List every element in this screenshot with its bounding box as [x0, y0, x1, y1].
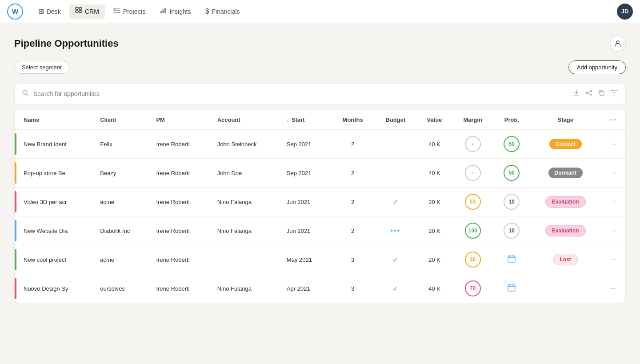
cell-stage[interactable]: Evaluation: [530, 216, 601, 245]
cell-client: Diabolik Inc: [95, 216, 151, 245]
cell-value: 40 K: [416, 130, 452, 159]
cell-prob: 50: [493, 130, 530, 159]
prob-circle: 50: [504, 165, 520, 181]
cell-months: 2: [331, 159, 374, 188]
profile-icon-button[interactable]: [610, 36, 626, 52]
cell-arrow[interactable]: →: [601, 159, 625, 188]
cell-stage[interactable]: Lost: [530, 245, 601, 274]
margin-circle: 30: [465, 252, 481, 268]
cell-client: acme: [95, 188, 151, 216]
search-action-icons: [573, 89, 618, 99]
stage-badge[interactable]: Evaluation: [545, 225, 586, 236]
nav-item-financials[interactable]: $ Financials: [199, 5, 246, 18]
svg-rect-12: [600, 92, 604, 96]
user-avatar[interactable]: JD: [617, 4, 633, 20]
nav-items: ⊞ Desk CRM Projects: [32, 4, 617, 19]
cell-start: Sep 2021: [281, 159, 331, 188]
row-navigate-button[interactable]: →: [609, 256, 616, 264]
svg-rect-5: [163, 9, 164, 13]
projects-icon: [113, 7, 120, 16]
svg-rect-4: [160, 11, 162, 13]
col-header-start[interactable]: ↓ Start: [281, 110, 331, 130]
desk-icon: ⊞: [38, 7, 44, 16]
cell-budget: [374, 159, 416, 188]
cell-name: New Website Dia: [18, 216, 95, 245]
table-row: Pop-up store BeBeazyIrene RobertiJohn Do…: [15, 159, 625, 188]
cell-months: 2: [331, 130, 374, 159]
cell-value: 20 K: [416, 216, 452, 245]
more-options-icon[interactable]: ⋯: [609, 116, 616, 124]
cell-account: [212, 245, 281, 274]
filter-icon[interactable]: [610, 89, 618, 99]
cell-margin: -: [452, 159, 493, 188]
col-header-months: Months: [331, 110, 374, 130]
cell-months: 2: [331, 188, 374, 216]
row-navigate-button[interactable]: →: [609, 198, 616, 206]
search-input[interactable]: [33, 90, 573, 97]
download-icon[interactable]: [573, 89, 580, 98]
page-title: Pipeline Opportunities: [14, 38, 119, 49]
cell-months: 3: [331, 245, 374, 274]
cell-name: Video 3D per acr: [18, 188, 95, 216]
nav-item-desk[interactable]: ⊞ Desk: [32, 4, 67, 18]
col-header-client: Client: [95, 110, 151, 130]
cell-name: Pop-up store Be: [18, 159, 95, 188]
nav-item-projects[interactable]: Projects: [107, 4, 152, 19]
cell-arrow[interactable]: →: [601, 130, 625, 159]
budget-check-icon: ✓: [392, 256, 398, 264]
margin-circle: 70: [465, 280, 481, 296]
cell-prob: 10: [493, 188, 530, 216]
nav-item-crm[interactable]: CRM: [69, 4, 105, 19]
share-icon[interactable]: [585, 89, 592, 98]
col-header-more: ⋯: [601, 110, 625, 130]
cell-pm: Irene Roberti: [151, 159, 212, 188]
cell-arrow[interactable]: →: [601, 216, 625, 245]
cell-budget: [374, 130, 416, 159]
cell-arrow[interactable]: →: [601, 274, 625, 303]
nav-item-insights[interactable]: Insights: [153, 4, 197, 19]
search-icon: [22, 89, 29, 98]
cell-arrow[interactable]: →: [601, 188, 625, 216]
row-indicator-cell: [15, 216, 18, 245]
row-navigate-button[interactable]: →: [609, 140, 616, 148]
cell-months: 2: [331, 216, 374, 245]
cell-value: 20 K: [416, 245, 452, 274]
row-navigate-button[interactable]: →: [609, 284, 616, 292]
cell-client: ourselves: [95, 274, 151, 303]
col-header-name: Name: [18, 110, 95, 130]
cell-value: 40 K: [416, 159, 452, 188]
cell-stage[interactable]: Evaluation: [530, 188, 601, 216]
page-header: Pipeline Opportunities: [14, 36, 626, 52]
app-logo[interactable]: W: [7, 4, 23, 20]
cell-account: Nino Falanga: [212, 188, 281, 216]
row-navigate-button[interactable]: →: [609, 227, 616, 235]
cell-prob: [493, 274, 530, 303]
cell-pm: Irene Roberti: [151, 188, 212, 216]
cell-name: Nuovo Design Sy: [18, 274, 95, 303]
stage-badge[interactable]: Lost: [553, 254, 578, 265]
stage-badge[interactable]: Dormant: [548, 168, 583, 178]
cell-stage[interactable]: Dormant: [530, 159, 601, 188]
cell-start: May 2021: [281, 245, 331, 274]
cell-prob: 50: [493, 159, 530, 188]
row-indicator-cell: [15, 274, 18, 303]
add-opportunity-button[interactable]: Add opportunity: [568, 60, 626, 74]
row-navigate-button[interactable]: →: [609, 169, 616, 177]
stage-badge[interactable]: Evaluation: [545, 196, 586, 208]
copy-icon[interactable]: [598, 89, 605, 98]
cell-margin: 30: [452, 245, 493, 274]
cell-stage[interactable]: Contact: [530, 130, 601, 159]
cell-arrow[interactable]: →: [601, 245, 625, 274]
stage-badge[interactable]: Contact: [549, 139, 582, 149]
svg-rect-1: [79, 8, 82, 9]
col-header-budget: Budget: [374, 110, 416, 130]
cell-months: 3: [331, 274, 374, 303]
select-segment-button[interactable]: Select segment: [14, 61, 69, 74]
col-header-pm: PM: [151, 110, 212, 130]
cell-stage[interactable]: [530, 274, 601, 303]
budget-dots-icon: •••: [390, 227, 400, 234]
table-row: New cool projectacmeIrene RobertiMay 202…: [15, 245, 625, 274]
cell-pm: Irene Roberti: [151, 130, 212, 159]
cell-budget: •••: [374, 216, 416, 245]
prob-circle: 10: [504, 223, 520, 239]
